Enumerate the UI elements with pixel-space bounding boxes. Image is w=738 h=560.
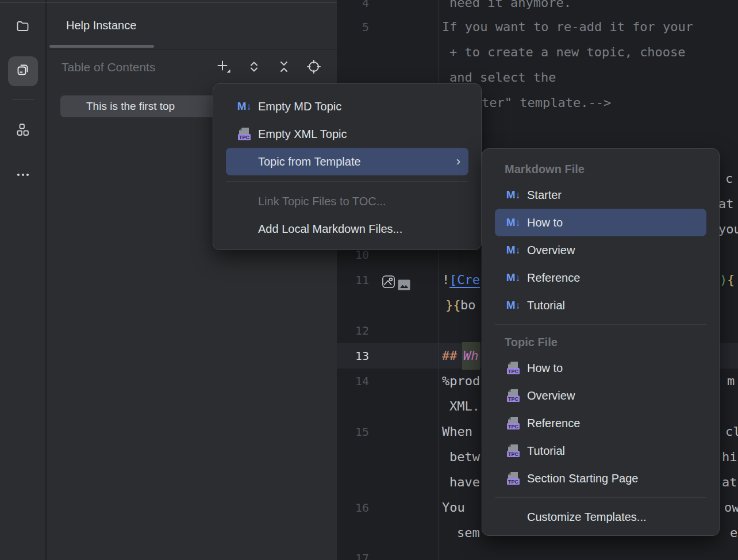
menu-item-label: Section Starting Page [527, 472, 638, 485]
icon-placeholder [235, 154, 253, 169]
context-menu-item-empty-xml-topic[interactable]: TPCEmpty XML Topic [226, 120, 468, 148]
toc-section-label: Table of Contents [62, 60, 155, 74]
menu-item-label: Empty XML Topic [258, 128, 347, 141]
context-menu-item-link-topic-files-to-toc: Link Topic Files to TOC... [226, 187, 468, 215]
menu-item-label: Empty MD Topic [258, 100, 341, 113]
svg-text:TPC: TPC [508, 424, 519, 429]
markdown-file-icon: M↓ [504, 187, 522, 202]
toc-toolbar: Table of Contents [47, 49, 337, 86]
menu-item-label: How to [527, 216, 563, 229]
topic-file-icon: TPC [235, 126, 253, 141]
markdown-file-icon: M↓ [235, 99, 253, 114]
submenu-arrow-icon: › [456, 155, 460, 168]
submenu-topic-file-item-how-to[interactable]: TPCHow to [495, 354, 706, 382]
svg-text:TPC: TPC [508, 369, 519, 374]
toc-item-label: This is the first top [86, 100, 175, 113]
collapse-all-button[interactable] [273, 57, 295, 79]
menu-item-label: Topic from Template [258, 155, 361, 168]
topic-file-icon: TPC [504, 443, 522, 458]
icon-placeholder [235, 194, 253, 209]
markdown-file-icon: M↓ [504, 298, 522, 313]
topic-file-icon: TPC [504, 360, 522, 375]
svg-text:TPC: TPC [508, 479, 519, 485]
markdown-file-icon: M↓ [504, 270, 522, 285]
menu-item-label: Customize Templates... [527, 511, 647, 524]
submenu-markdown-file-item-tutorial[interactable]: M↓Tutorial [495, 291, 706, 319]
icon-placeholder [504, 509, 522, 524]
context-menu-item-empty-md-topic[interactable]: M↓Empty MD Topic [226, 93, 468, 120]
context-menu-item-topic-from-template[interactable]: Topic from Template› [226, 148, 468, 175]
topic-from-template-submenu: Markdown FileM↓StarterM↓How toM↓Overview… [482, 148, 720, 536]
plus-dropdown-icon [215, 58, 232, 78]
new-topic-context-menu: M↓Empty MD TopicTPCEmpty XML TopicTopic … [213, 83, 482, 250]
topic-file-icon: TPC [504, 416, 522, 431]
submenu-markdown-file-item-how-to[interactable]: M↓How to [495, 209, 706, 236]
add-topic-button[interactable] [213, 57, 235, 79]
expand-all-icon [246, 59, 262, 77]
locate-button[interactable] [303, 57, 325, 79]
menu-item-label: Reference [527, 417, 580, 430]
sidebar-item-structure[interactable] [8, 116, 38, 146]
sidebar-item-project[interactable] [8, 13, 38, 43]
menu-item-label: Tutorial [527, 444, 565, 458]
menu-separator [495, 497, 706, 498]
activity-bar [0, 0, 46, 560]
submenu-topic-file-item-section-starting-page[interactable]: TPCSection Starting Page [495, 465, 706, 492]
locate-icon [306, 59, 322, 77]
svg-text:TPC: TPC [508, 396, 519, 402]
menu-separator [226, 181, 468, 182]
active-tab-indicator [49, 45, 154, 48]
submenu-markdown-file-item-starter[interactable]: M↓Starter [495, 181, 706, 209]
panel-title: Help Instance [66, 19, 136, 32]
topics-icon [16, 63, 30, 80]
topic-file-icon: TPC [504, 471, 522, 486]
markdown-file-icon: M↓ [504, 243, 522, 258]
window-top-border [0, 2, 337, 3]
menu-item-label: Reference [527, 271, 580, 285]
submenu-markdown-file-item-overview[interactable]: M↓Overview [495, 236, 706, 264]
menu-item-label: Starter [527, 189, 562, 202]
folder-icon [16, 19, 30, 36]
context-menu-item-add-local-markdown-files[interactable]: Add Local Markdown Files... [226, 215, 468, 243]
menu-item-label: Tutorial [527, 299, 565, 312]
writerside-window: 4need it anymore.5If you want to re-add … [0, 0, 738, 560]
submenu-section-header-topic-file: Topic File [482, 330, 719, 354]
menu-item-label: Overview [527, 244, 575, 257]
sidebar-item-topics[interactable] [8, 56, 38, 86]
collapse-all-icon [276, 59, 292, 77]
sidebar-item-more[interactable] [8, 161, 38, 191]
image-outline-icon[interactable] [382, 272, 395, 297]
icon-placeholder [235, 221, 253, 236]
image-preview-icon[interactable] [398, 274, 410, 299]
menu-separator [495, 324, 706, 325]
svg-text:TPC: TPC [508, 451, 519, 457]
more-icon [16, 167, 30, 185]
menu-item-label: How to [527, 362, 563, 375]
submenu-topic-file-item-tutorial[interactable]: TPCTutorial [495, 437, 706, 465]
svg-text:TPC: TPC [239, 135, 250, 140]
submenu-section-header-markdown-file: Markdown File [482, 157, 719, 181]
menu-item-label: Link Topic Files to TOC... [258, 195, 386, 208]
menu-item-label: Add Local Markdown Files... [258, 223, 402, 236]
structure-icon [16, 122, 30, 140]
topic-file-icon: TPC [504, 388, 522, 403]
sidebar-divider [11, 99, 34, 99]
submenu-item-customize-templates[interactable]: Customize Templates... [495, 503, 706, 531]
markdown-file-icon: M↓ [504, 215, 522, 230]
panel-header: Help Instance [47, 3, 337, 49]
submenu-topic-file-item-overview[interactable]: TPCOverview [495, 382, 706, 409]
submenu-markdown-file-item-reference[interactable]: M↓Reference [495, 264, 706, 291]
menu-item-label: Overview [527, 389, 575, 402]
expand-all-button[interactable] [243, 57, 265, 79]
submenu-topic-file-item-reference[interactable]: TPCReference [495, 409, 706, 437]
